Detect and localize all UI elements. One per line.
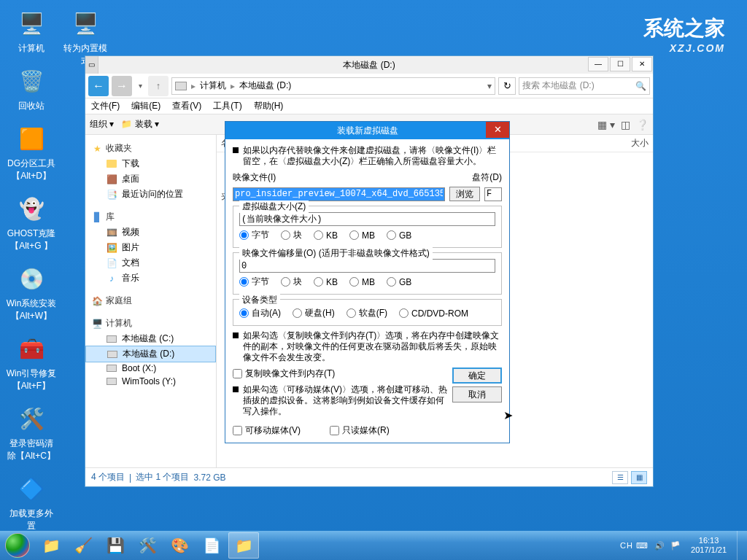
sidebar-drive[interactable]: 本地磁盘 (C:) [85, 331, 216, 346]
ok-button[interactable]: 确定➤ [452, 368, 502, 384]
desktop-icon[interactable]: 🔷加载更多外置 [6, 471, 57, 532]
preview-pane-button[interactable]: ◫ [621, 119, 630, 131]
menu-view[interactable]: 查看(V) [172, 100, 201, 112]
sidebar-item[interactable]: 📄文档 [85, 255, 216, 271]
drive-icon [175, 82, 187, 90]
off-unit-blocks[interactable]: 块 [281, 276, 302, 288]
unit-kb[interactable]: KB [314, 229, 338, 241]
up-button[interactable]: ↑ [148, 76, 169, 96]
sidebar-computer[interactable]: 🖥️计算机 [85, 316, 216, 331]
taskbar-item[interactable]: 📁 [36, 532, 66, 559]
breadcrumb-item[interactable]: 计算机 [200, 79, 226, 92]
maximize-button[interactable]: ☐ [610, 57, 630, 71]
image-file-label: 映像文件(I) [233, 171, 468, 184]
ime-indicator[interactable]: CH ⌨ [620, 541, 649, 551]
readonly-checkbox[interactable]: 只读媒体(R) [330, 424, 390, 437]
dialog-title: 装载新虚拟磁盘 [337, 125, 398, 136]
show-desktop-button[interactable] [737, 531, 744, 560]
sidebar-item[interactable]: 📑最近访问的位置 [85, 187, 216, 202]
desktop-icon[interactable]: 🗑️回收站 [6, 63, 57, 112]
cancel-button[interactable]: 取消 [452, 386, 502, 402]
unit-mb[interactable]: MB [349, 229, 375, 241]
desktop-icon[interactable]: 💿Win系统安装【Alt+W】 [6, 261, 57, 322]
taskbar-item-active[interactable]: 📁 [228, 532, 259, 559]
taskbar-item[interactable]: 🧹 [68, 532, 98, 559]
explorer-statusbar: 4 个项目 | 选中 1 个项目 3.72 GB ☰ ▦ [85, 467, 653, 486]
copy-to-memory-checkbox[interactable]: 复制映像文件到内存(T) [233, 368, 452, 380]
desktop-icon[interactable]: 🧰Win引导修复【Alt+F】 [6, 331, 57, 392]
unit-bytes[interactable]: 字节 [239, 229, 269, 241]
view-details-button[interactable]: ☰ [612, 471, 628, 484]
title-icon: ▭ [85, 56, 98, 74]
mount-dialog: 装载新虚拟磁盘 ✕ 如果以内存代替映像文件来创建虚拟磁盘，请将〈映像文件(I)〉… [225, 121, 510, 443]
unit-gb[interactable]: GB [387, 229, 411, 241]
tray-icon[interactable]: 🏳️ [670, 541, 681, 551]
forward-button[interactable]: → [112, 76, 132, 96]
off-unit-bytes[interactable]: 字节 [239, 276, 269, 288]
sidebar-drive[interactable]: WimTools (Y:) [85, 375, 216, 388]
close-button[interactable]: ✕ [632, 57, 652, 71]
sidebar-item[interactable]: 下载 [85, 156, 216, 171]
off-unit-kb[interactable]: KB [314, 276, 338, 288]
sidebar-item[interactable]: 🎞️视频 [85, 225, 216, 240]
address-dropdown[interactable]: ▾ [487, 81, 492, 91]
desktop-icon[interactable]: 👻GHOST克隆【Alt+G 】 [6, 191, 57, 252]
dialog-titlebar[interactable]: 装载新虚拟磁盘 ✕ [225, 122, 509, 139]
desktop-icon[interactable]: 🛠️登录密码清除【Alt+C】 [6, 401, 57, 462]
tray-icon[interactable]: 🔊 [654, 541, 665, 551]
sidebar-item[interactable]: 🖼️图片 [85, 240, 216, 255]
taskbar-item[interactable]: 🛠️ [132, 532, 163, 559]
size-fieldset: 虚拟磁盘大小(Z) 字节 块 KB MB GB [233, 206, 502, 248]
explorer-title: 本地磁盘 (D:) [343, 60, 395, 70]
status-size: 3.72 GB [193, 472, 225, 483]
menu-tools[interactable]: 工具(T) [213, 100, 241, 112]
menu-file[interactable]: 文件(F) [91, 100, 120, 112]
off-unit-mb[interactable]: MB [349, 276, 375, 288]
start-button[interactable] [0, 531, 35, 560]
address-bar[interactable]: ▸ 计算机 ▸ 本地磁盘 (D:) ▾ [171, 77, 495, 95]
windows-orb-icon [5, 533, 30, 558]
help-button[interactable]: ❔ [636, 119, 649, 131]
refresh-button[interactable]: ↻ [498, 77, 516, 95]
mount-button[interactable]: 📁 装载 ▾ [121, 118, 159, 131]
drive-letter-input[interactable] [484, 187, 502, 201]
organize-button[interactable]: 组织 ▾ [90, 118, 114, 131]
taskbar-item[interactable]: 💾 [100, 532, 131, 559]
removable-checkbox[interactable]: 可移动媒体(V) [233, 424, 301, 437]
view-icons-button[interactable]: ▦ [631, 471, 647, 484]
unit-blocks[interactable]: 块 [281, 229, 302, 241]
minimize-button[interactable]: — [588, 57, 608, 71]
sidebar-drive[interactable]: Boot (X:) [85, 362, 216, 375]
dev-hdd[interactable]: 硬盘(H) [293, 307, 335, 319]
image-file-input[interactable] [233, 187, 445, 201]
explorer-navbar: ← → ▾ ↑ ▸ 计算机 ▸ 本地磁盘 (D:) ▾ ↻ 搜索 本地磁盘 (D… [85, 74, 653, 98]
menu-edit[interactable]: 编辑(E) [131, 100, 160, 112]
explorer-titlebar[interactable]: ▭ 本地磁盘 (D:) — ☐ ✕ [85, 56, 653, 74]
browse-button[interactable]: 浏览 [449, 187, 480, 201]
dev-cdrom[interactable]: CD/DVD-ROM [399, 307, 468, 319]
offset-input[interactable] [239, 259, 495, 273]
dialog-close-button[interactable]: ✕ [486, 122, 509, 138]
sidebar-homegroup[interactable]: 🏠家庭组 [85, 293, 216, 308]
search-box[interactable]: 搜索 本地磁盘 (D:) 🔍 [519, 77, 650, 95]
desktop-icon[interactable]: 🖥️计算机 [6, 6, 57, 55]
size-input[interactable] [239, 212, 495, 226]
desktop-icon[interactable]: 🟧DG分区工具【Alt+D】 [6, 121, 57, 182]
menu-help[interactable]: 帮助(H) [254, 100, 284, 112]
sidebar-drive[interactable]: 本地磁盘 (D:) [85, 346, 216, 362]
dev-auto[interactable]: 自动(A) [239, 307, 281, 319]
back-button[interactable]: ← [88, 76, 109, 96]
breadcrumb-item[interactable]: 本地磁盘 (D:) [239, 79, 291, 92]
taskbar-item[interactable]: 🎨 [164, 532, 195, 559]
view-options-button[interactable]: ▦ ▾ [597, 119, 615, 131]
sidebar-favorites[interactable]: ★收藏夹 [85, 141, 216, 156]
dev-floppy[interactable]: 软盘(F) [347, 307, 387, 319]
taskbar-clock[interactable]: 16:13 2017/1/21 [686, 536, 731, 555]
sidebar-libraries[interactable]: ▊库 [85, 209, 216, 225]
sidebar-item[interactable]: ♪音乐 [85, 271, 216, 286]
sidebar-item[interactable]: 🟫桌面 [85, 171, 216, 187]
history-dropdown[interactable]: ▾ [135, 82, 145, 90]
desktop-icons-col1: 🖥️计算机 🗑️回收站 🟧DG分区工具【Alt+D】 👻GHOST克隆【Alt+… [6, 6, 57, 541]
off-unit-gb[interactable]: GB [387, 276, 411, 288]
taskbar-item[interactable]: 📄 [196, 532, 227, 559]
